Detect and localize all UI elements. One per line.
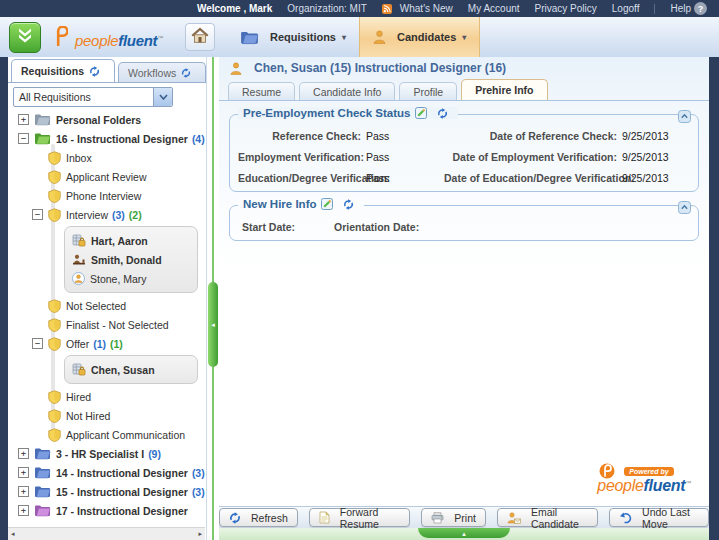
stage-shield-icon [48,170,61,184]
panel-splitter: ◂ [207,57,219,540]
scroll-left-icon[interactable]: ◂ [11,530,15,538]
folder-icon [34,113,51,126]
tree-stage-item[interactable]: Finalist - Not Selected [8,315,206,334]
count-badge: (2) [129,209,142,221]
collapse-section-button[interactable] [678,109,691,122]
tree-stage-item[interactable]: Not Hired [8,406,206,425]
person-badge-icon [72,272,85,285]
refresh-icon[interactable] [437,108,448,119]
tree-item-label: Finalist - Not Selected [66,319,169,331]
tree-expander-icon[interactable]: + [18,505,29,516]
tab-resume[interactable]: Resume [228,82,295,100]
email-candidate-icon [507,512,521,524]
tree-folder-item[interactable]: +3 - HR Specialist I(9) [8,444,206,463]
requisition-filter-select[interactable]: All Requisitions [13,87,173,107]
field-label: Date of Employment Verification: [444,151,622,163]
count-badge: (9) [148,448,161,460]
help-icon: ? [694,2,707,15]
tree-item-label: Hired [66,391,91,403]
bottom-collapse-handle[interactable]: ▴ [418,528,510,538]
tree-candidate-item[interactable]: Smith, Donald [72,250,190,269]
help-link[interactable]: Help ? [670,2,707,15]
tree-expander-icon[interactable]: + [18,486,29,497]
tree-candidate-item[interactable]: Chen, Susan [72,360,190,379]
field-label: Start Date: [242,221,304,233]
privacy-policy-link[interactable]: Privacy Policy [535,3,597,14]
count-badge: (3) [112,209,125,221]
header-tab-requisitions[interactable]: Requisitions ▾ [227,17,359,57]
dropdown-button[interactable] [153,88,172,106]
tree-stage-item[interactable]: Applicant Communication [8,425,206,444]
sidebar-tab-workflows[interactable]: Workflows [118,62,206,82]
tree-stage-item[interactable]: Inbox [8,148,206,167]
edit-icon[interactable] [321,198,333,210]
tree-folder-item[interactable]: +14 - Instructional Designer(3) [8,463,206,482]
button-label: Email Candidate [531,506,588,530]
tree-candidate-item[interactable]: Hart, Aaron [72,231,190,250]
candidate-header: Chen, Susan (15) Instructional Designer … [219,57,709,79]
header-tab-candidates[interactable]: Candidates ▾ [359,17,480,57]
prehire-info-content: Pre-Employment Check Status Reference Ch… [219,100,709,507]
tree-stage-item[interactable]: Not Selected [8,296,206,315]
tree-stage-item[interactable]: Applicant Review [8,167,206,186]
field-label: Education/Degree Verification: [238,172,366,184]
tree-folder-item[interactable]: +17 - Instructional Designer [8,501,206,520]
my-account-link[interactable]: My Account [468,3,520,14]
tree-folder-item[interactable]: +Personal Folders [8,110,206,129]
tree-stage-item[interactable]: Phone Interview [8,186,206,205]
tree-folder-item[interactable]: −16 - Instructional Designer(4)(3) [8,129,206,148]
undo-last-move-button[interactable]: Undo Last Move [609,508,709,527]
splitter-collapse-handle[interactable]: ◂ [208,282,218,367]
powered-by-logo: Powered by peoplefluent™ [597,463,691,495]
quick-actions-button[interactable] [9,22,41,53]
undo-icon [619,512,632,524]
chevron-up-icon: ▴ [462,530,466,537]
brand-p-icon [55,26,68,46]
sidebar-panel: Requisitions Workflows All Requisitions … [8,57,207,540]
home-button[interactable] [185,23,215,51]
email-candidate-button[interactable]: Email Candidate [497,508,598,527]
edit-icon[interactable] [415,107,427,119]
refresh-icon[interactable] [343,199,354,210]
welcome-text: Welcome , Mark [197,3,272,14]
refresh-button[interactable]: Refresh [219,508,298,527]
count-badge: (4) [192,133,205,145]
app-window: Welcome , Mark Organization: MIT What's … [0,0,719,540]
tree-expander-icon[interactable]: − [18,133,29,144]
tree-expander-icon[interactable]: + [18,114,29,125]
count-badge: (3) [192,467,205,479]
print-icon [431,512,444,524]
tree-expander-icon[interactable]: − [32,338,43,349]
tree-stage-item[interactable]: Hired [8,387,206,406]
collapse-section-button[interactable] [678,200,691,213]
tab-prehire-info[interactable]: Prehire Info [461,79,547,100]
whats-new-link[interactable]: What's New [382,3,453,14]
refresh-icon[interactable] [89,66,100,77]
sidebar-tab-requisitions[interactable]: Requisitions [11,59,115,82]
tree-stage-item[interactable]: −Interview(3)(2) [8,205,206,224]
folder-icon [34,504,51,517]
button-label: Print [454,512,476,524]
logoff-link[interactable]: Logoff [612,3,640,14]
stage-shield-icon [48,409,61,423]
tree-item-label: Offer [66,338,89,350]
tree-expander-icon[interactable]: + [18,448,29,459]
scroll-right-icon[interactable]: ▸ [198,530,202,538]
tree-stage-item[interactable]: −Offer(1)(1) [8,334,206,353]
section-legend: Pre-Employment Check Status [238,107,458,119]
tree-expander-icon[interactable]: + [18,467,29,478]
sidebar-horizontal-scrollbar[interactable]: ◂ ▸ [8,527,205,540]
print-button[interactable]: Print [421,508,486,527]
tree-folder-item[interactable]: +15 - Instructional Designer(3) [8,482,206,501]
powered-by-badge: Powered by [624,467,673,476]
tab-profile[interactable]: Profile [399,82,457,100]
refresh-icon[interactable] [181,68,191,78]
tree-expander-icon[interactable]: − [32,209,43,220]
tree-candidate-item[interactable]: Stone, Mary [72,269,190,288]
top-navbar: Welcome , Mark Organization: MIT What's … [0,0,719,17]
forward-resume-button[interactable]: Forward Resume [309,508,411,527]
candidate-detail-tabs: ResumeCandidate InfoProfilePrehire Info [219,79,709,100]
tab-candidate-info[interactable]: Candidate Info [299,82,395,100]
right-border [709,57,719,540]
stage-shield-icon [48,151,61,165]
